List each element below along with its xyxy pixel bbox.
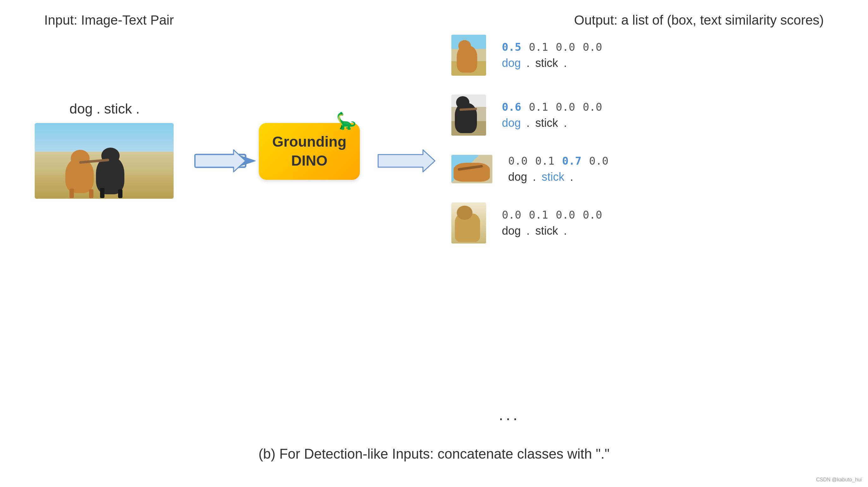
output-thumbnail-4	[452, 202, 486, 244]
output-scores-3: 0.0 0.1 0.7 0.0 dog . stick .	[508, 155, 609, 184]
output-scores-1: 0.5 0.1 0.0 0.0 dog . stick .	[502, 41, 602, 70]
text-tokens-2: dog . stick .	[502, 117, 602, 130]
score-val-2c: 0.0	[556, 101, 575, 113]
token-dog-2: dog	[502, 117, 521, 130]
bottom-caption: (b) For Detection-like Inputs: concatena…	[258, 446, 610, 462]
token-stick-4: stick	[535, 224, 558, 237]
token-stick-1: stick	[535, 57, 558, 70]
score-val-1c: 0.0	[556, 41, 575, 53]
dino-emoji-icon: 🦕	[336, 110, 357, 132]
output-row-2: 0.6 0.1 0.0 0.0 dog . stick .	[452, 95, 609, 136]
score-val-4a: 0.0	[502, 208, 521, 221]
output-thumbnail-2	[452, 95, 486, 136]
score-values-4: 0.0 0.1 0.0 0.0	[502, 208, 602, 221]
score-values-3: 0.0 0.1 0.7 0.0	[508, 155, 609, 167]
score-val-1b: 0.1	[529, 41, 548, 53]
token-dot-1a: .	[526, 57, 530, 70]
score-highlight-1: 0.5	[502, 41, 521, 53]
text-tokens-3: dog . stick .	[508, 170, 609, 184]
token-dot-2a: .	[526, 117, 530, 130]
arrow-input-to-model	[192, 148, 256, 173]
svg-marker-5	[378, 150, 435, 172]
score-val-4d: 0.0	[583, 208, 602, 221]
score-highlight-2: 0.6	[502, 101, 521, 113]
score-values-1: 0.5 0.1 0.0 0.0	[502, 41, 602, 53]
svg-marker-3	[195, 150, 246, 172]
header-right-title: Output: a list of (box, text similarity …	[574, 12, 824, 28]
output-section: 0.5 0.1 0.0 0.0 dog . stick .	[452, 35, 609, 262]
token-dot-1b: .	[564, 57, 567, 70]
token-dot-4a: .	[526, 224, 530, 237]
output-row-4: 0.0 0.1 0.0 0.0 dog . stick .	[452, 202, 609, 244]
score-val-2b: 0.1	[529, 101, 548, 113]
token-dot-3b: .	[570, 170, 573, 184]
output-thumbnail-1	[452, 35, 486, 76]
ellipsis-indicator: ...	[499, 405, 520, 424]
input-image	[35, 123, 174, 199]
header-left-title: Input: Image-Text Pair	[44, 12, 174, 28]
text-tokens-1: dog . stick .	[502, 57, 602, 70]
output-row-3: 0.0 0.1 0.7 0.0 dog . stick .	[452, 155, 609, 184]
arrow-model-to-output	[376, 148, 442, 173]
token-dog-3: dog	[508, 170, 527, 184]
token-dot-3a: .	[533, 170, 536, 184]
grounding-dino-label-line2: DINO	[291, 152, 328, 170]
score-val-4b: 0.1	[529, 208, 548, 221]
output-scores-2: 0.6 0.1 0.0 0.0 dog . stick .	[502, 101, 602, 130]
text-tokens-4: dog . stick .	[502, 224, 602, 237]
score-values-2: 0.6 0.1 0.0 0.0	[502, 101, 602, 113]
grounding-dino-model: 🦕 Grounding DINO	[259, 123, 360, 180]
token-dot-4b: .	[564, 224, 567, 237]
dog-photo	[35, 123, 174, 199]
score-highlight-3: 0.7	[562, 155, 581, 167]
output-thumbnail-3	[452, 155, 492, 183]
score-val-3d: 0.0	[589, 155, 608, 167]
token-dog-4: dog	[502, 224, 521, 237]
watermark: CSDN @kabuto_hui	[816, 477, 862, 483]
score-val-4c: 0.0	[556, 208, 575, 221]
token-dot-2b: .	[564, 117, 567, 130]
score-val-3a: 0.0	[508, 155, 527, 167]
grounding-dino-label-line1: Grounding	[272, 132, 346, 152]
score-val-1d: 0.0	[583, 41, 602, 53]
token-stick-2: stick	[535, 117, 558, 130]
output-row-1: 0.5 0.1 0.0 0.0 dog . stick .	[452, 35, 609, 76]
score-val-3b: 0.1	[535, 155, 554, 167]
output-scores-4: 0.0 0.1 0.0 0.0 dog . stick .	[502, 208, 602, 237]
token-dog-1: dog	[502, 57, 521, 70]
score-val-2d: 0.0	[583, 101, 602, 113]
token-stick-3: stick	[541, 170, 564, 184]
input-text-label: dog . stick .	[69, 101, 140, 117]
